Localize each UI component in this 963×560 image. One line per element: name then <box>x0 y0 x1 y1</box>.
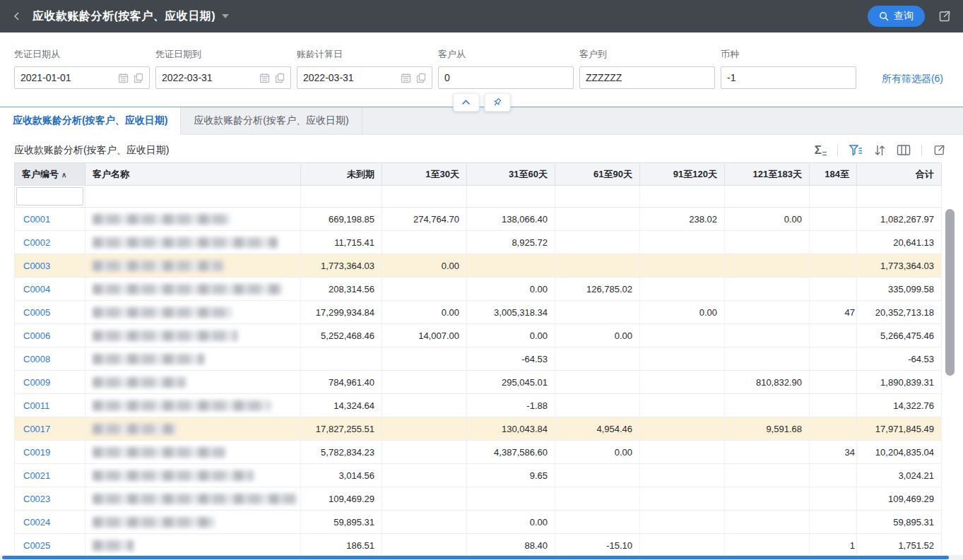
customer-code-link[interactable]: C0017 <box>15 417 85 441</box>
filter-field-value: 2022-03-31 <box>303 72 401 83</box>
column-filter-cell-1[interactable] <box>85 186 301 208</box>
amount-cell: 274,764.70 <box>382 208 467 231</box>
amount-cell <box>810 487 857 511</box>
customer-name-redacted <box>85 371 301 394</box>
table-row[interactable]: C001114,324.64-1.8814,322.76 <box>15 394 942 417</box>
customer-code-link[interactable]: C0004 <box>15 278 85 301</box>
customer-code-link[interactable]: C0009 <box>15 371 85 394</box>
copy-icon[interactable] <box>416 73 426 83</box>
amount-cell: 1,773,364.03 <box>857 254 942 278</box>
columns-icon[interactable] <box>897 144 911 156</box>
filter-field-input[interactable]: -1 <box>721 66 856 89</box>
column-filter-cell-3[interactable] <box>382 186 467 208</box>
amount-cell: 109,469.29 <box>857 487 942 511</box>
amount-cell <box>555 371 640 394</box>
subtotal-sigma-icon[interactable]: Σ <box>815 144 827 156</box>
column-header-1[interactable]: 客户名称 <box>85 163 301 186</box>
calendar-icon[interactable] <box>259 73 270 83</box>
table-row[interactable]: C00065,252,468.4614,007.000.000.005,266,… <box>15 324 942 347</box>
column-header-3[interactable]: 1至30天 <box>382 163 467 186</box>
table-row[interactable]: C0009784,961.40295,045.01810,832.901,890… <box>15 371 942 394</box>
filter-field-input[interactable]: 2021-01-01 <box>14 66 150 89</box>
customer-name-redacted <box>85 254 301 278</box>
filter-field-label: 凭证日期从 <box>14 48 150 61</box>
amount-cell: 784,961.40 <box>301 371 382 394</box>
pin-panel-button[interactable] <box>484 93 510 112</box>
tab-aging-analysis-2[interactable]: 应收款账龄分析(按客户、应收日期) <box>181 107 362 134</box>
back-button[interactable] <box>11 11 23 22</box>
column-filter-cell-4[interactable] <box>467 186 555 208</box>
column-header-6[interactable]: 91至120天 <box>640 163 725 186</box>
customer-code-link[interactable]: C0025 <box>15 534 85 557</box>
table-row[interactable]: C00031,773,364.030.001,773,364.03 <box>15 254 942 278</box>
table-row[interactable]: C001717,827,255.51130,043.844,954.469,59… <box>15 417 942 441</box>
export-icon[interactable] <box>933 143 946 157</box>
amount-cell <box>640 417 725 441</box>
column-header-0[interactable]: 客户编号∧ <box>15 163 85 186</box>
column-header-2[interactable]: 未到期 <box>301 163 382 186</box>
column-filter-cell-6[interactable] <box>640 186 725 208</box>
column-header-8[interactable]: 184至 <box>810 163 857 186</box>
customer-name-redacted <box>85 301 301 324</box>
sort-icon[interactable] <box>873 144 886 157</box>
customer-code-link[interactable]: C0019 <box>15 441 85 464</box>
calendar-icon[interactable] <box>118 73 129 83</box>
filter-field-input[interactable]: 0 <box>438 66 574 89</box>
copy-icon[interactable] <box>134 73 143 83</box>
column-filter-cell-2[interactable] <box>301 186 382 208</box>
query-button[interactable]: 查询 <box>868 6 925 27</box>
table-row[interactable]: C002459,895.310.0059,895.31 <box>15 511 942 534</box>
amount-cell <box>640 324 725 347</box>
table-row[interactable]: C0004208,314.560.00126,785.02335,099.58 <box>15 278 942 301</box>
column-header-9[interactable]: 合计 <box>857 163 942 186</box>
column-filter-cell-7[interactable] <box>725 186 810 208</box>
column-header-4[interactable]: 31至60天 <box>467 163 555 186</box>
filter-field-input[interactable]: 2022-03-31 <box>297 66 432 89</box>
table-row[interactable]: C0008-64.53-64.53 <box>15 347 942 371</box>
customer-code-link[interactable]: C0024 <box>15 511 85 534</box>
filter-field-4: 客户到ZZZZZZ <box>579 48 715 89</box>
table-row[interactable]: C000517,299,934.840.003,005,318.340.0047… <box>15 301 942 324</box>
amount-cell <box>555 347 640 371</box>
customer-code-link[interactable]: C0006 <box>15 324 85 347</box>
column-filter-cell-0[interactable] <box>15 186 85 208</box>
calendar-icon[interactable] <box>401 73 411 83</box>
open-in-new-icon[interactable] <box>938 9 952 23</box>
table-row[interactable]: C0025186.5188.40-15.1011,751.52 <box>15 534 942 557</box>
title-dropdown-caret-icon[interactable] <box>222 14 229 18</box>
amount-cell <box>382 441 467 464</box>
filter-field-2: 账龄计算日2022-03-31 <box>297 48 432 89</box>
tab-aging-analysis-1[interactable]: 应收款账龄分析(按客户、应收日期) <box>0 107 181 135</box>
amount-cell: 5,782,834.23 <box>301 441 382 464</box>
table-row[interactable]: C0023109,469.29109,469.29 <box>15 487 942 511</box>
vertical-scrollbar-thumb[interactable] <box>945 209 955 376</box>
column-header-5[interactable]: 61至90天 <box>555 163 640 186</box>
customer-code-link[interactable]: C0021 <box>15 464 85 487</box>
table-row[interactable]: C00213,014.569.653,024.21 <box>15 464 942 487</box>
table-row[interactable]: C0001669,198.85274,764.70138,066.40238.0… <box>15 208 942 231</box>
customer-code-link[interactable]: C0008 <box>15 347 85 371</box>
column-filter-cell-5[interactable] <box>555 186 640 208</box>
customer-code-link[interactable]: C0003 <box>15 254 85 278</box>
column-filter-cell-8[interactable] <box>810 186 857 208</box>
horizontal-scrollbar-thumb[interactable] <box>2 556 949 559</box>
table-row[interactable]: C000211,715.418,925.7220,641.13 <box>15 231 942 254</box>
filter-funnel-icon[interactable] <box>849 144 863 157</box>
customer-code-link[interactable]: C0005 <box>15 301 85 324</box>
customer-code-link[interactable]: C0001 <box>15 208 85 231</box>
amount-cell: 20,641.13 <box>857 231 942 254</box>
column-header-7[interactable]: 121至183天 <box>725 163 810 186</box>
column-filter-cell-9[interactable] <box>857 186 942 208</box>
customer-code-link[interactable]: C0002 <box>15 231 85 254</box>
amount-cell <box>810 464 857 487</box>
filter-field-input[interactable]: 2022-03-31 <box>155 66 291 89</box>
customer-code-link[interactable]: C0023 <box>15 487 85 511</box>
table-row[interactable]: C00195,782,834.234,387,586.600.003410,20… <box>15 441 942 464</box>
copy-icon[interactable] <box>275 73 285 83</box>
customer-code-link[interactable]: C0011 <box>15 394 85 417</box>
amount-cell: 0.00 <box>467 511 555 534</box>
collapse-panel-button[interactable] <box>453 93 479 112</box>
all-filters-link[interactable]: 所有筛选器(6) <box>882 73 943 85</box>
filter-field-input[interactable]: ZZZZZZ <box>579 66 715 89</box>
amount-cell: 4,387,586.60 <box>467 441 555 464</box>
